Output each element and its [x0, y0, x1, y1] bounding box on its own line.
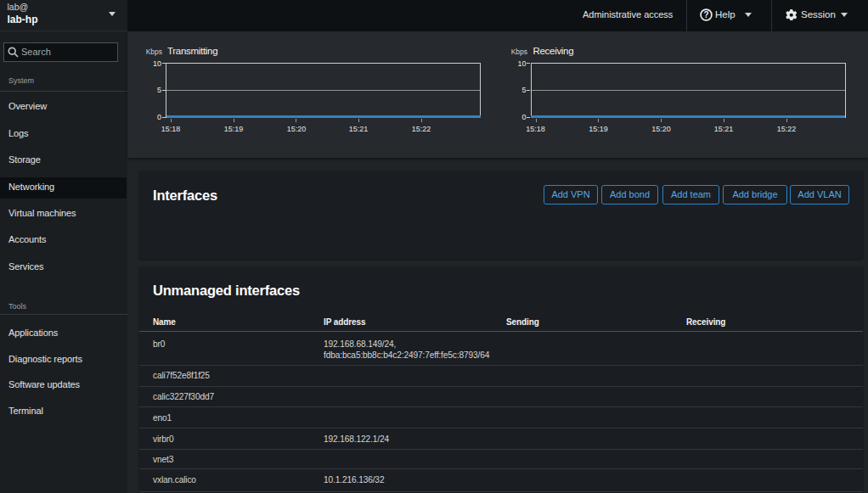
svg-text:?: ? — [703, 10, 708, 20]
